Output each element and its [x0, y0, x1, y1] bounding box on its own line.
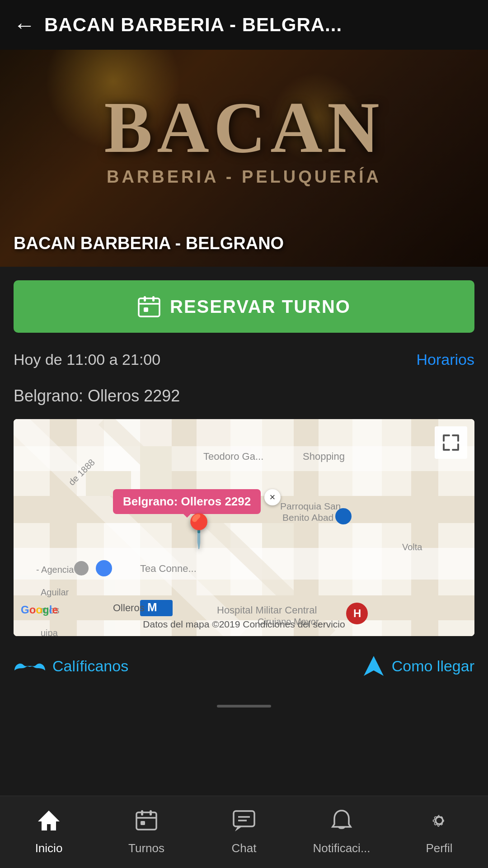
nav-chat[interactable]: Chat: [195, 809, 293, 855]
horarios-link[interactable]: Horarios: [417, 351, 474, 368]
svg-point-24: [96, 560, 112, 576]
map-container[interactable]: de 1888 Teodoro Ga... Tea Conne... rcos …: [14, 419, 474, 636]
home-icon: [37, 809, 61, 838]
map-tooltip: Belgrano: Olleros 2292: [113, 489, 261, 514]
svg-text:Volta: Volta: [402, 542, 422, 552]
svg-point-54: [436, 817, 443, 824]
mustache-icon: [14, 657, 46, 675]
nav-perfil-label: Perfil: [426, 841, 452, 855]
hero-sub-text: BARBERIA - PELUQUERÍA: [107, 167, 381, 187]
svg-rect-49: [141, 821, 145, 825]
directions-button[interactable]: Como llegar: [362, 654, 474, 678]
page-title: BACAN BARBERIA - BELGRA...: [44, 14, 342, 36]
svg-rect-1: [144, 296, 146, 302]
svg-point-28: [74, 561, 89, 576]
svg-text:Benito Abad: Benito Abad: [282, 512, 333, 523]
back-button[interactable]: ←: [14, 13, 35, 38]
navigate-icon: [362, 654, 385, 678]
svg-rect-46: [141, 810, 143, 816]
directions-label: Como llegar: [392, 657, 474, 675]
turnos-icon: [135, 809, 158, 838]
bottom-nav: Inicio Turnos Chat: [0, 796, 488, 868]
hours-row: Hoy de 11:00 a 21:00 Horarios: [14, 333, 474, 377]
rate-label: Calíficanos: [52, 657, 128, 675]
bottom-actions: Calíficanos Como llegar: [14, 636, 474, 705]
map-tooltip-close[interactable]: ×: [264, 489, 281, 505]
nav-inicio-label: Inicio: [35, 841, 63, 855]
svg-rect-4: [144, 307, 148, 312]
svg-text:Aguilar: Aguilar: [41, 587, 69, 597]
nav-turnos-label: Turnos: [128, 841, 164, 855]
svg-rect-50: [234, 811, 254, 826]
reserve-button[interactable]: RESERVAR TURNO: [14, 280, 474, 333]
svg-text:M: M: [147, 600, 157, 614]
bottom-spacer: [0, 717, 488, 798]
header: ← BACAN BARBERIA - BELGRA...: [0, 0, 488, 50]
nav-notificaciones-label: Notificaci...: [313, 841, 370, 855]
svg-rect-21: [262, 523, 294, 548]
svg-rect-0: [139, 298, 160, 316]
svg-marker-43: [364, 656, 384, 676]
svg-text:Parroquia San: Parroquia San: [280, 501, 341, 511]
svg-text:Teodoro Ga...: Teodoro Ga...: [203, 451, 263, 462]
svg-rect-2: [152, 296, 155, 302]
gear-icon: [427, 809, 451, 838]
svg-text:Shopping: Shopping: [303, 451, 345, 462]
scroll-indicator: [217, 705, 271, 708]
hero-image: BACAN BARBERIA - PELUQUERÍA BACAN BARBER…: [0, 50, 488, 267]
svg-text:H: H: [353, 607, 361, 619]
hero-brand-text: BACAN: [104, 86, 384, 170]
map-footer: Datos del mapa ©2019 Condiciones del ser…: [18, 619, 470, 630]
map-pin: 📍: [178, 512, 219, 550]
svg-text:Tea Conne...: Tea Conne...: [140, 563, 197, 574]
content-area: RESERVAR TURNO Hoy de 11:00 a 21:00 Hora…: [0, 280, 488, 708]
chat-icon: [232, 809, 256, 838]
nav-inicio[interactable]: Inicio: [0, 809, 98, 855]
map-svg: de 1888 Teodoro Ga... Tea Conne... rcos …: [14, 419, 474, 636]
hero-shop-footer-name: BACAN BARBERIA - BELGRANO: [14, 234, 284, 253]
calendar-icon: [137, 295, 161, 318]
svg-rect-20: [140, 446, 172, 496]
reserve-label: RESERVAR TURNO: [170, 297, 351, 317]
map-expand-button[interactable]: [435, 426, 467, 459]
google-logo: Google: [21, 604, 58, 616]
nav-perfil[interactable]: Perfil: [390, 809, 488, 855]
bell-icon: [330, 809, 353, 838]
svg-rect-45: [136, 812, 156, 830]
hours-text: Hoy de 11:00 a 21:00: [14, 351, 160, 368]
svg-rect-47: [150, 810, 152, 816]
svg-text:Hospital Militar Central: Hospital Militar Central: [217, 604, 317, 616]
nav-chat-label: Chat: [232, 841, 257, 855]
svg-point-35: [335, 508, 352, 524]
svg-text:Olleros: Olleros: [113, 602, 145, 613]
address-text: Belgrano: Olleros 2292: [14, 377, 474, 419]
nav-turnos[interactable]: Turnos: [98, 809, 195, 855]
rate-button[interactable]: Calíficanos: [14, 657, 128, 675]
nav-notificaciones[interactable]: Notificaci...: [293, 809, 390, 855]
svg-marker-44: [38, 811, 60, 830]
